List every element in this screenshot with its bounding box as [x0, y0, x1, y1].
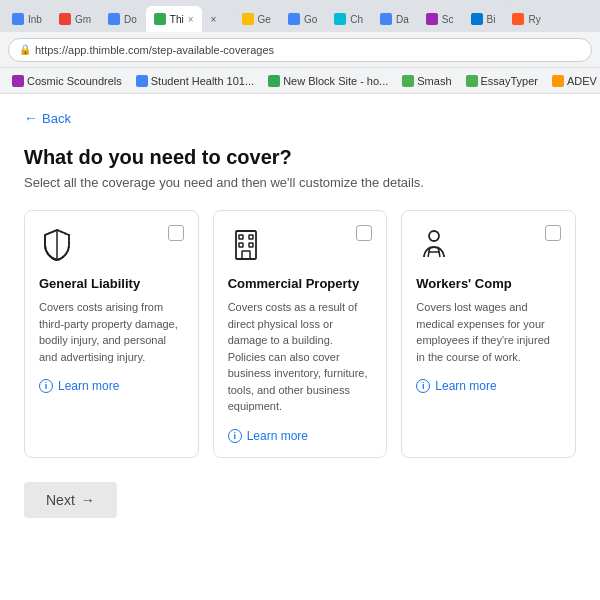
shield-icon [39, 227, 75, 263]
bookmark-cosmic[interactable]: Cosmic Scoundrels [8, 73, 126, 89]
coverage-cards-grid: General Liability Covers costs arising f… [24, 210, 576, 458]
page-content: ← Back What do you need to cover? Select… [0, 94, 600, 600]
workers-comp-description: Covers lost wages and medical expenses f… [416, 299, 561, 365]
url-text: https://app.thimble.com/step-available-c… [35, 44, 274, 56]
info-icon: i [416, 379, 430, 393]
workers-comp-learn-more[interactable]: i Learn more [416, 379, 561, 393]
browser-tabs: Inb Gm Do Thi × × Ge Go Ch Da Sc Bi [0, 0, 600, 32]
bookmark-smash[interactable]: Smash [398, 73, 455, 89]
card-workers-comp[interactable]: Workers' Comp Covers lost wages and medi… [401, 210, 576, 458]
svg-rect-4 [239, 243, 243, 247]
person-icon [416, 227, 452, 263]
tab-thimble[interactable]: Thi × [146, 6, 202, 32]
tab-inbox[interactable]: Inb [4, 6, 50, 32]
general-liability-description: Covers costs arising from third-party pr… [39, 299, 184, 365]
svg-rect-2 [239, 235, 243, 239]
back-link[interactable]: ← Back [24, 110, 576, 126]
bookmarks-bar: Cosmic Scoundrels Student Health 101... … [0, 68, 600, 94]
lock-icon: 🔒 [19, 44, 31, 55]
bookmark-essaytyper[interactable]: EssayTyper [462, 73, 542, 89]
tab-bi[interactable]: Bi [463, 6, 504, 32]
tab-ge[interactable]: Ge [234, 6, 279, 32]
workers-comp-checkbox[interactable] [545, 225, 561, 241]
bookmark-label: Student Health 101... [151, 75, 254, 87]
commercial-property-title: Commercial Property [228, 276, 373, 291]
svg-rect-3 [249, 235, 253, 239]
commercial-property-learn-more[interactable]: i Learn more [228, 429, 373, 443]
next-button[interactable]: Next → [24, 482, 117, 518]
card-general-liability[interactable]: General Liability Covers costs arising f… [24, 210, 199, 458]
svg-point-7 [429, 231, 439, 241]
page-subtitle: Select all the coverage you need and the… [24, 175, 576, 190]
tab-gmail[interactable]: Gm [51, 6, 99, 32]
commercial-property-checkbox[interactable] [356, 225, 372, 241]
bookmark-adev[interactable]: ADEV Transfer Info [548, 73, 600, 89]
info-icon: i [228, 429, 242, 443]
building-icon [228, 227, 264, 263]
learn-more-label: Learn more [247, 429, 308, 443]
info-icon: i [39, 379, 53, 393]
tab-sc[interactable]: Sc [418, 6, 462, 32]
bookmark-label: EssayTyper [481, 75, 538, 87]
page-title: What do you need to cover? [24, 146, 576, 169]
tab-go[interactable]: Go [280, 6, 325, 32]
tab-ry1[interactable]: Ry [504, 6, 548, 32]
bookmark-newblock[interactable]: New Block Site - ho... [264, 73, 392, 89]
learn-more-label: Learn more [58, 379, 119, 393]
general-liability-checkbox[interactable] [168, 225, 184, 241]
general-liability-title: General Liability [39, 276, 184, 291]
workers-comp-title: Workers' Comp [416, 276, 561, 291]
card-commercial-property[interactable]: Commercial Property Covers costs as a re… [213, 210, 388, 458]
back-arrow-icon: ← [24, 110, 38, 126]
bookmark-label: ADEV Transfer Info [567, 75, 600, 87]
commercial-property-description: Covers costs as a result of direct physi… [228, 299, 373, 415]
address-bar[interactable]: 🔒 https://app.thimble.com/step-available… [8, 38, 592, 62]
tab-docs[interactable]: Do [100, 6, 145, 32]
next-button-label: Next [46, 492, 75, 508]
next-arrow-icon: → [81, 492, 95, 508]
bookmark-label: Smash [417, 75, 451, 87]
tab-ch[interactable]: Ch [326, 6, 371, 32]
learn-more-label: Learn more [435, 379, 496, 393]
tab-x[interactable]: × [203, 6, 233, 32]
bookmark-label: Cosmic Scoundrels [27, 75, 122, 87]
svg-rect-6 [242, 251, 250, 259]
general-liability-learn-more[interactable]: i Learn more [39, 379, 184, 393]
bookmark-label: New Block Site - ho... [283, 75, 388, 87]
tab-da[interactable]: Da [372, 6, 417, 32]
svg-rect-5 [249, 243, 253, 247]
browser-bar: 🔒 https://app.thimble.com/step-available… [0, 32, 600, 68]
back-label: Back [42, 111, 71, 126]
bookmark-student[interactable]: Student Health 101... [132, 73, 258, 89]
